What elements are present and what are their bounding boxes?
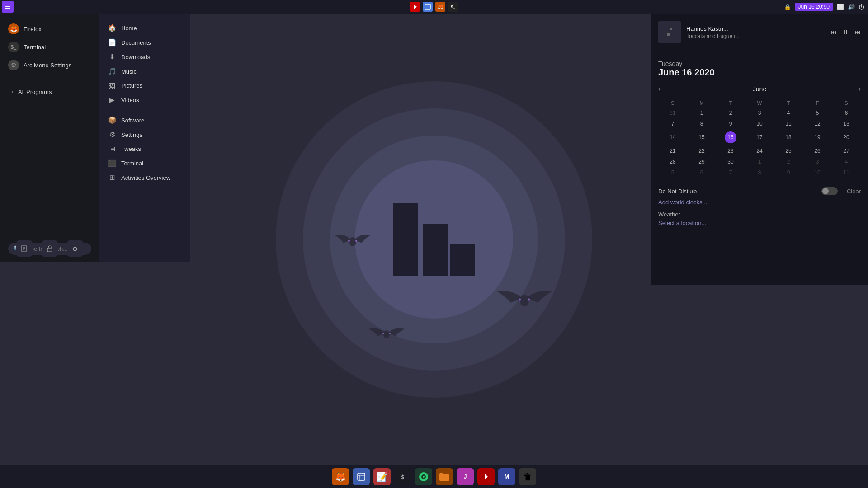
calendar-day-cell[interactable]: 22	[687, 145, 716, 156]
calendar-day-cell[interactable]: 6	[832, 108, 861, 118]
calendar-day-cell[interactable]: 21	[658, 145, 687, 156]
menu-software[interactable]: 📦 Software	[103, 113, 186, 127]
power-button[interactable]	[67, 240, 83, 257]
calendar-day-cell[interactable]: 1	[745, 156, 774, 167]
taskbar-youtube[interactable]	[477, 468, 495, 485]
taskbar-terminal[interactable]: $	[394, 468, 411, 485]
weather-section: Weather Select a location...	[658, 211, 861, 226]
topbar-terminal[interactable]: $_	[448, 2, 458, 12]
topbar-browser[interactable]	[423, 2, 433, 12]
pinned-firefox[interactable]: 🦊 Firefox	[4, 21, 96, 37]
calendar-day-cell[interactable]: 4	[774, 108, 803, 118]
arc-menu-right-panel: 🏠 Home 📄 Documents ⬇ Downloads 🎵 Music 🖼…	[99, 14, 190, 262]
taskbar-app-m[interactable]: M	[498, 468, 515, 485]
calendar-day-cell[interactable]: 30	[716, 156, 745, 167]
calendar-day-cell[interactable]: 3	[803, 156, 832, 167]
menu-pictures[interactable]: 🖼 Pictures	[103, 79, 186, 93]
calendar-day-cell[interactable]: 13	[832, 118, 861, 129]
menu-music[interactable]: 🎵 Music	[103, 64, 186, 79]
calendar-prev[interactable]: ‹	[658, 85, 660, 93]
settings-icon: ⚙	[108, 131, 117, 139]
calendar-day-cell[interactable]: 14	[658, 129, 687, 145]
topbar-youtube[interactable]	[410, 2, 420, 12]
calendar-day-cell[interactable]: 26	[803, 145, 832, 156]
dnd-toggle[interactable]	[821, 187, 838, 195]
calendar-day-cell[interactable]: 19	[803, 129, 832, 145]
menu-terminal[interactable]: ⬛ Terminal	[103, 156, 186, 170]
calendar-day-cell[interactable]: 6	[687, 167, 716, 178]
svg-rect-1	[5, 6, 10, 7]
calendar-day-cell[interactable]: 20	[832, 129, 861, 145]
calendar-day-cell[interactable]: 7	[716, 167, 745, 178]
calendar-day-cell[interactable]: 2	[716, 108, 745, 118]
menu-activities[interactable]: ⊞ Activities Overview	[103, 170, 186, 185]
clear-button[interactable]: Clear	[847, 188, 861, 195]
taskbar-eog[interactable]	[415, 468, 432, 485]
calendar-header: ‹ June ›	[658, 85, 861, 93]
calendar-day-cell[interactable]: 8	[687, 118, 716, 129]
lock-button[interactable]	[42, 240, 58, 257]
next-button[interactable]: ⏭	[854, 28, 861, 36]
taskbar-folder[interactable]	[436, 468, 453, 485]
calendar-day-cell[interactable]: 28	[658, 156, 687, 167]
calendar-section: ‹ June › S M T W T F S 31123456789101112…	[658, 85, 861, 178]
calendar-day-cell[interactable]: 8	[745, 167, 774, 178]
menu-tweaks[interactable]: 🖥 Tweaks	[103, 142, 186, 156]
power-icon[interactable]: ⏻	[859, 4, 864, 10]
calendar-day-cell[interactable]: 5	[658, 167, 687, 178]
music-info: Hannes Kästn... Toccata and Fugue i...	[686, 25, 826, 39]
svg-marker-3	[414, 5, 417, 9]
arc-menu-button[interactable]	[2, 1, 14, 13]
taskbar-jetbrains[interactable]: J	[457, 468, 474, 485]
calendar-day-cell[interactable]: 16	[716, 129, 745, 145]
pinned-arc-settings[interactable]: ⚙ Arc Menu Settings	[4, 57, 96, 73]
calendar-day-cell[interactable]: 31	[658, 108, 687, 118]
menu-home[interactable]: 🏠 Home	[103, 21, 186, 35]
files-button[interactable]	[16, 240, 33, 257]
calendar-day-cell[interactable]: 24	[745, 145, 774, 156]
calendar-day-cell[interactable]: 2	[774, 156, 803, 167]
calendar-day-cell[interactable]: 3	[745, 108, 774, 118]
calendar-day-cell[interactable]: 5	[803, 108, 832, 118]
menu-settings[interactable]: ⚙ Settings	[103, 127, 186, 142]
calendar-day-cell[interactable]: 4	[832, 156, 861, 167]
calendar-day-cell[interactable]: 23	[716, 145, 745, 156]
prev-button[interactable]: ⏮	[831, 28, 837, 36]
calendar-day-cell[interactable]: 18	[774, 129, 803, 145]
music-subtitle: Toccata and Fugue i...	[686, 33, 826, 39]
calendar-day-cell[interactable]: 27	[832, 145, 861, 156]
calendar-day-cell[interactable]: 10	[745, 118, 774, 129]
volume-icon[interactable]: 🔊	[848, 4, 855, 10]
calendar-day-cell[interactable]: 9	[716, 118, 745, 129]
calendar-day-cell[interactable]: 1	[687, 108, 716, 118]
taskbar-browser[interactable]	[353, 468, 370, 485]
weather-location[interactable]: Select a location...	[658, 220, 861, 226]
music-icon: 🎵	[108, 67, 117, 75]
calendar-day-cell[interactable]: 9	[774, 167, 803, 178]
topbar-firefox[interactable]: 🦊	[435, 2, 445, 12]
calendar-day-cell[interactable]: 11	[774, 118, 803, 129]
pause-button[interactable]: ⏸	[843, 28, 849, 36]
terminal-icon: $_	[8, 42, 19, 52]
calendar-day-cell[interactable]: 11	[832, 167, 861, 178]
calendar-day-cell[interactable]: 10	[803, 167, 832, 178]
taskbar-trash[interactable]: 🗑	[519, 468, 536, 485]
calendar-day-cell[interactable]: 29	[687, 156, 716, 167]
calendar-day-cell[interactable]: 12	[803, 118, 832, 129]
all-programs-button[interactable]: → All Programs	[4, 84, 96, 99]
pinned-terminal[interactable]: $_ Terminal	[4, 39, 96, 55]
taskbar-firefox[interactable]: 🦊	[332, 468, 349, 485]
menu-downloads[interactable]: ⬇ Downloads	[103, 50, 186, 64]
tweaks-icon: 🖥	[108, 145, 117, 153]
calendar-day-cell[interactable]: 15	[687, 129, 716, 145]
calendar-day-cell[interactable]: 17	[745, 129, 774, 145]
calendar-day-cell[interactable]: 7	[658, 118, 687, 129]
add-world-clocks[interactable]: Add world clocks...	[658, 199, 861, 206]
svg-point-15	[382, 333, 384, 334]
menu-videos[interactable]: ▶ Videos	[103, 93, 186, 107]
calendar-next[interactable]: ›	[859, 85, 861, 93]
taskbar-texteditor[interactable]: 📝	[373, 468, 391, 485]
datetime-badge[interactable]: Jun 16 20:50	[795, 3, 833, 11]
menu-documents[interactable]: 📄 Documents	[103, 35, 186, 50]
calendar-day-cell[interactable]: 25	[774, 145, 803, 156]
